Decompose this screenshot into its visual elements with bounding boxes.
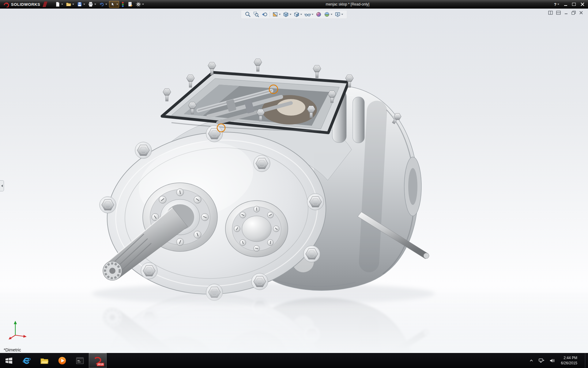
gearbox-model[interactable]	[0, 9, 588, 353]
volume-icon	[549, 358, 555, 363]
doc-close-icon	[579, 11, 583, 15]
file-properties-icon	[127, 2, 133, 7]
document-window-controls	[548, 11, 583, 15]
display-style-icon	[294, 11, 300, 17]
split-vertical-button[interactable]	[556, 11, 561, 15]
media-player-icon	[58, 356, 66, 365]
undo-button[interactable]	[98, 1, 108, 8]
file-explorer-icon	[40, 356, 49, 365]
doc-restore-icon	[571, 11, 576, 15]
window-title: menjac sklop * [Read-only]	[145, 2, 550, 6]
heads-up-view-toolbar	[241, 10, 347, 19]
maximize-button[interactable]	[572, 1, 576, 7]
doc-minimize-icon	[564, 11, 568, 15]
previous-view-button[interactable]	[262, 11, 268, 17]
file-properties-button[interactable]	[126, 1, 134, 8]
standard-toolbar	[54, 1, 145, 8]
internet-explorer-icon	[22, 356, 31, 365]
graphics-area[interactable]: *Dimetric	[0, 9, 588, 353]
cover-pillar-2[interactable]	[353, 97, 364, 143]
taskbar-clock[interactable]: 2:44 PM 6/26/2015	[560, 355, 580, 365]
doc-restore-button[interactable]	[571, 11, 576, 15]
help-button[interactable]: ?	[554, 1, 559, 7]
start-button[interactable]	[0, 353, 18, 368]
windows-logo-icon	[5, 356, 13, 365]
split-horizontal-button[interactable]	[548, 11, 553, 15]
top-cover[interactable]	[162, 59, 353, 133]
chevron-left-icon	[1, 185, 3, 187]
solidworks-year-badge: 2015	[97, 363, 104, 366]
undo-icon	[99, 2, 104, 7]
taskbar-item-file-explorer[interactable]	[36, 353, 53, 368]
split-vertical-icon	[556, 11, 561, 15]
rebuild-button[interactable]	[120, 1, 126, 8]
view-settings-icon	[335, 11, 341, 17]
edit-appearance-button[interactable]	[316, 11, 322, 17]
secondary-bearing-boss[interactable]	[225, 201, 288, 257]
taskbar-item-solidworks[interactable]: 2015	[89, 353, 107, 368]
options-button[interactable]	[135, 1, 145, 8]
command-prompt-icon	[76, 356, 84, 365]
apply-scene-button[interactable]	[324, 11, 333, 17]
split-horizontal-icon	[548, 11, 553, 15]
reflection-fade	[0, 292, 588, 353]
zoom-to-fit-icon	[245, 11, 251, 17]
network-tray-button[interactable]	[538, 358, 545, 363]
taskbar-item-command-prompt[interactable]	[71, 353, 89, 368]
orientation-triad	[6, 318, 28, 341]
hide-show-items-button[interactable]	[304, 11, 314, 17]
section-view-button[interactable]	[272, 11, 281, 17]
show-desktop-button[interactable]	[585, 353, 588, 368]
window-controls: ?	[550, 1, 588, 7]
close-button[interactable]	[581, 1, 584, 7]
select-button[interactable]	[109, 1, 119, 8]
print-icon	[88, 2, 93, 7]
new-document-button[interactable]	[54, 1, 64, 8]
titlebar: SOLIDWORKS	[0, 0, 588, 9]
view-orientation-label: *Dimetric	[4, 347, 21, 352]
windows-taskbar: 2015 2:44 PM 6/26/2015	[0, 353, 588, 368]
options-gear-icon	[136, 2, 141, 7]
doc-minimize-button[interactable]	[564, 11, 568, 15]
ds-logo-icon	[3, 1, 9, 7]
clock-time: 2:44 PM	[561, 355, 577, 360]
appearance-ball-icon	[316, 11, 322, 17]
zoom-to-fit-button[interactable]	[245, 11, 251, 17]
zoom-to-area-icon	[253, 11, 259, 17]
zoom-to-area-button[interactable]	[253, 11, 259, 17]
view-orientation-button[interactable]	[283, 11, 292, 17]
clock-date: 6/26/2015	[561, 361, 577, 366]
system-tray: 2:44 PM 6/26/2015	[529, 353, 588, 368]
toolbar-separator	[270, 12, 270, 17]
open-folder-icon	[66, 2, 71, 7]
chevron-up-icon	[529, 358, 534, 363]
print-button[interactable]	[87, 1, 97, 8]
hidden-icons-button[interactable]	[529, 358, 534, 363]
app-brand: SOLIDWORKS	[0, 1, 49, 7]
display-style-button[interactable]	[294, 11, 302, 17]
glasses-icon	[304, 11, 311, 17]
previous-view-icon	[262, 11, 268, 17]
new-document-icon	[55, 2, 60, 7]
save-button[interactable]	[76, 1, 86, 8]
view-settings-button[interactable]	[335, 11, 343, 17]
scene-ball-icon	[324, 11, 330, 17]
feature-manager-collapsed-tab[interactable]	[0, 180, 4, 191]
brand-label: SOLIDWORKS	[11, 2, 40, 7]
rebuild-beads-icon	[121, 2, 125, 7]
volume-tray-button[interactable]	[549, 358, 555, 363]
close-icon	[581, 2, 584, 6]
triad-icon	[6, 318, 28, 340]
taskbar-item-internet-explorer[interactable]	[18, 353, 36, 368]
doc-close-button[interactable]	[579, 11, 583, 15]
taskbar-item-media-player[interactable]	[53, 353, 71, 368]
section-view-icon	[272, 11, 278, 17]
select-cursor-icon	[110, 2, 115, 7]
view-orientation-cube-icon	[283, 11, 289, 17]
brand-accent	[43, 2, 47, 7]
minimize-button[interactable]	[564, 1, 567, 7]
network-icon	[538, 358, 545, 363]
open-button[interactable]	[65, 1, 75, 8]
save-icon	[77, 2, 82, 7]
